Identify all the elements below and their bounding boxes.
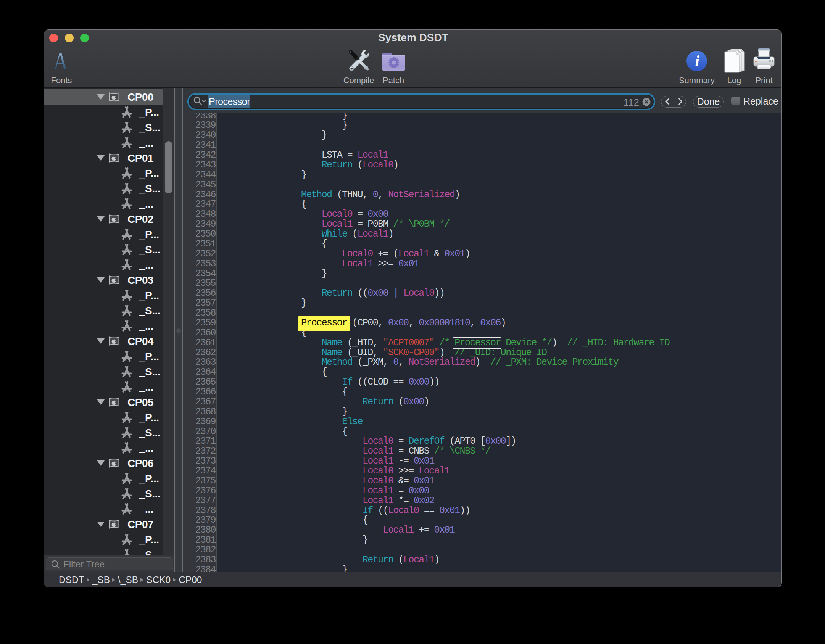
svg-text:i: i <box>695 52 699 70</box>
